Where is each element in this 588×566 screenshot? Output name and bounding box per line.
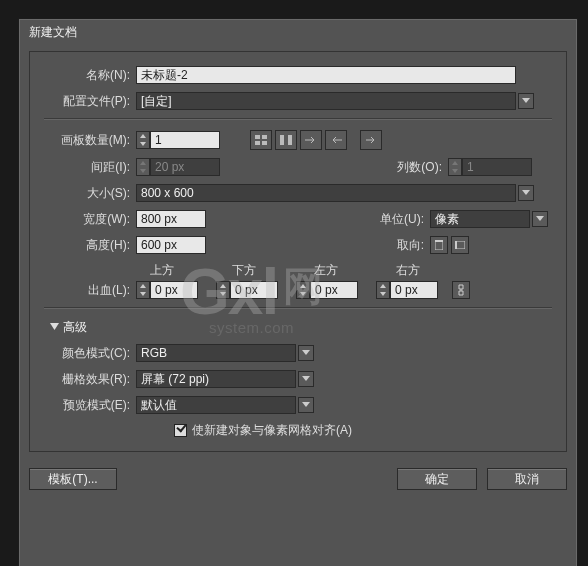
dialog-footer: 模板(T)... 确定 取消 <box>19 462 577 508</box>
raster-dropdown-arrow[interactable] <box>298 371 314 387</box>
svg-rect-16 <box>435 240 443 242</box>
svg-marker-0 <box>522 98 530 103</box>
bleed-right-label: 右方 <box>396 262 458 279</box>
orientation-label: 取向: <box>388 237 430 254</box>
columns-stepper <box>448 158 462 176</box>
arrange-extra-icon[interactable] <box>360 130 382 150</box>
bleed-left-stepper[interactable] <box>296 281 310 299</box>
spacing-label: 间距(I): <box>44 159 136 176</box>
svg-rect-5 <box>255 141 260 145</box>
units-dropdown-arrow[interactable] <box>532 211 548 227</box>
name-input[interactable] <box>136 66 516 84</box>
svg-marker-13 <box>522 190 530 195</box>
svg-marker-26 <box>380 292 386 296</box>
bleed-left-label: 左方 <box>314 262 376 279</box>
height-label: 高度(H): <box>44 237 136 254</box>
colormode-label: 颜色模式(C): <box>44 345 136 362</box>
svg-rect-18 <box>455 241 457 249</box>
svg-marker-25 <box>380 284 386 288</box>
bleed-top-stepper[interactable] <box>136 281 150 299</box>
artboard-count-input[interactable] <box>150 131 220 149</box>
colormode-value: RGB <box>141 346 291 360</box>
svg-marker-27 <box>50 323 59 330</box>
orientation-landscape-icon[interactable] <box>451 236 469 254</box>
dialog-title: 新建文档 <box>19 19 577 49</box>
artboard-count-stepper[interactable] <box>136 131 150 149</box>
ok-button[interactable]: 确定 <box>397 468 477 490</box>
bleed-bottom-input[interactable] <box>230 281 278 299</box>
width-label: 宽度(W): <box>44 211 136 228</box>
bleed-top-label: 上方 <box>150 262 212 279</box>
svg-marker-24 <box>300 292 306 296</box>
svg-rect-3 <box>255 135 260 139</box>
spacing-input <box>150 158 220 176</box>
bleed-left-input[interactable] <box>310 281 358 299</box>
size-value: 800 x 600 <box>141 186 511 200</box>
svg-marker-21 <box>220 284 226 288</box>
svg-marker-29 <box>302 376 310 381</box>
preview-value: 默认值 <box>141 397 291 414</box>
colormode-select[interactable]: RGB <box>136 344 296 362</box>
bleed-bottom-stepper[interactable] <box>216 281 230 299</box>
artboard-count-label: 画板数量(M): <box>44 132 136 149</box>
bleed-right-stepper[interactable] <box>376 281 390 299</box>
units-label: 单位(U): <box>370 211 430 228</box>
svg-marker-23 <box>300 284 306 288</box>
svg-rect-4 <box>262 135 267 139</box>
spacing-stepper <box>136 158 150 176</box>
preview-dropdown-arrow[interactable] <box>298 397 314 413</box>
advanced-label: 高级 <box>63 319 87 336</box>
svg-marker-10 <box>140 169 146 173</box>
svg-rect-7 <box>280 135 284 145</box>
svg-marker-30 <box>302 402 310 407</box>
arrange-row-right-icon[interactable] <box>300 130 322 150</box>
raster-label: 栅格效果(R): <box>44 371 136 388</box>
template-button[interactable]: 模板(T)... <box>29 468 117 490</box>
size-select[interactable]: 800 x 600 <box>136 184 516 202</box>
align-pixel-grid-label: 使新建对象与像素网格对齐(A) <box>192 422 352 439</box>
size-label: 大小(S): <box>44 185 136 202</box>
bleed-label: 出血(L): <box>44 282 136 299</box>
arrange-row-left-icon[interactable] <box>325 130 347 150</box>
svg-marker-11 <box>452 161 458 165</box>
svg-marker-22 <box>220 292 226 296</box>
units-select[interactable]: 像素 <box>430 210 530 228</box>
columns-label: 列数(O): <box>388 159 448 176</box>
arrange-grid-col-icon[interactable] <box>275 130 297 150</box>
preview-select[interactable]: 默认值 <box>136 396 296 414</box>
profile-dropdown-arrow[interactable] <box>518 93 534 109</box>
size-dropdown-arrow[interactable] <box>518 185 534 201</box>
advanced-disclosure[interactable]: 高级 <box>50 319 552 336</box>
preview-label: 预览模式(E): <box>44 397 136 414</box>
cancel-button[interactable]: 取消 <box>487 468 567 490</box>
units-value: 像素 <box>435 211 525 228</box>
profile-select[interactable]: [自定] <box>136 92 516 110</box>
orientation-portrait-icon[interactable] <box>430 236 448 254</box>
name-label: 名称(N): <box>44 67 136 84</box>
svg-marker-1 <box>140 134 146 138</box>
svg-marker-12 <box>452 169 458 173</box>
bleed-bottom-label: 下方 <box>232 262 294 279</box>
svg-rect-6 <box>262 141 267 145</box>
svg-marker-20 <box>140 292 146 296</box>
raster-select[interactable]: 屏幕 (72 ppi) <box>136 370 296 388</box>
svg-marker-9 <box>140 161 146 165</box>
svg-marker-14 <box>536 216 544 221</box>
bleed-right-input[interactable] <box>390 281 438 299</box>
disclosure-triangle-icon <box>50 323 59 332</box>
svg-marker-2 <box>140 142 146 146</box>
profile-value: [自定] <box>141 93 511 110</box>
new-document-dialog: 新建文档 名称(N): 配置文件(P): [自定] 画板数量(M): <box>18 18 578 566</box>
svg-rect-8 <box>288 135 292 145</box>
arrange-grid-row-icon[interactable] <box>250 130 272 150</box>
height-input[interactable] <box>136 236 206 254</box>
bleed-link-icon[interactable] <box>452 281 470 299</box>
bleed-top-input[interactable] <box>150 281 198 299</box>
dialog-body: 名称(N): 配置文件(P): [自定] 画板数量(M): <box>29 51 567 452</box>
align-pixel-grid-checkbox[interactable] <box>174 424 187 437</box>
colormode-dropdown-arrow[interactable] <box>298 345 314 361</box>
svg-marker-19 <box>140 284 146 288</box>
profile-label: 配置文件(P): <box>44 93 136 110</box>
width-input[interactable] <box>136 210 206 228</box>
columns-input <box>462 158 532 176</box>
